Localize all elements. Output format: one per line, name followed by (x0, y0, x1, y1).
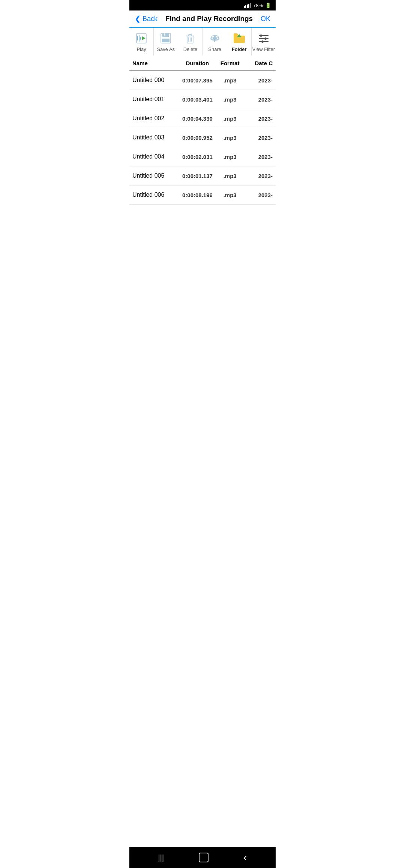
table-row[interactable]: Untitled 005 0:00:01.137 .mp3 2023- (129, 166, 276, 186)
row-date: 2023- (242, 192, 273, 198)
table-row[interactable]: Untitled 006 0:00:08.196 .mp3 2023- (129, 186, 276, 205)
col-header-duration: Duration (177, 60, 218, 66)
folder-icon (232, 31, 246, 45)
row-format: .mp3 (218, 115, 242, 122)
row-format: .mp3 (218, 96, 242, 103)
page-title: Find and Play Recordings (165, 15, 253, 23)
ok-button[interactable]: OK (261, 15, 270, 23)
play-button[interactable]: Play (129, 28, 154, 56)
row-name: Untitled 005 (132, 172, 177, 179)
save-as-label: Save As (157, 46, 175, 52)
toolbar: Play Save As Delete (129, 28, 276, 56)
table-row[interactable]: Untitled 001 0:00:03.401 .mp3 2023- (129, 90, 276, 109)
table-row[interactable]: Untitled 004 0:00:02.031 .mp3 2023- (129, 147, 276, 166)
row-duration: 0:00:02.031 (177, 154, 218, 160)
row-name: Untitled 000 (132, 77, 177, 84)
row-date: 2023- (242, 96, 273, 103)
folder-label: Folder (232, 46, 247, 52)
table-header: Name Duration Format Date C (129, 56, 276, 71)
svg-rect-6 (162, 33, 169, 37)
battery-icon: 🔋 (265, 3, 271, 8)
svg-rect-8 (162, 39, 170, 42)
delete-label: Delete (183, 46, 198, 52)
svg-marker-4 (142, 36, 146, 40)
status-bar: 78% 🔋 (129, 0, 276, 10)
col-header-date: Date C (242, 60, 273, 66)
row-format: .mp3 (218, 77, 242, 84)
play-icon (135, 31, 148, 45)
back-label: Back (142, 15, 158, 23)
row-duration: 0:00:00.952 (177, 135, 218, 141)
table-row[interactable]: Untitled 002 0:00:04.330 .mp3 2023- (129, 109, 276, 128)
save-as-button[interactable]: Save As (154, 28, 178, 56)
row-name: Untitled 004 (132, 153, 177, 160)
delete-button[interactable]: Delete (178, 28, 202, 56)
row-duration: 0:00:03.401 (177, 96, 218, 103)
table-row[interactable]: Untitled 000 0:00:07.395 .mp3 2023- (129, 71, 276, 90)
share-icon (208, 31, 222, 45)
row-duration: 0:00:01.137 (177, 173, 218, 179)
nav-bar: ❮ Back Find and Play Recordings OK (129, 10, 276, 28)
play-label: Play (136, 46, 146, 52)
back-chevron-icon: ❮ (135, 14, 141, 23)
row-date: 2023- (242, 115, 273, 122)
row-duration: 0:00:07.395 (177, 77, 218, 84)
row-format: .mp3 (218, 192, 242, 198)
row-format: .mp3 (218, 173, 242, 179)
row-name: Untitled 006 (132, 192, 177, 198)
share-button[interactable]: Share (203, 28, 227, 56)
view-filter-label: View Filter (252, 46, 275, 52)
view-filter-icon (257, 31, 270, 45)
svg-rect-11 (189, 34, 192, 36)
folder-button[interactable]: Folder (227, 28, 252, 56)
svg-rect-7 (164, 33, 165, 36)
save-as-icon (159, 31, 172, 45)
delete-icon (183, 31, 197, 45)
battery-percentage: 78% (253, 3, 263, 8)
row-duration: 0:00:08.196 (177, 192, 218, 198)
row-name: Untitled 003 (132, 134, 177, 141)
row-date: 2023- (242, 173, 273, 179)
svg-point-25 (264, 37, 267, 40)
row-format: .mp3 (218, 154, 242, 160)
back-button[interactable]: ❮ Back (135, 14, 158, 23)
recordings-list: Untitled 000 0:00:07.395 .mp3 2023- Unti… (129, 71, 276, 205)
view-filter-button[interactable]: View Filter (252, 28, 276, 56)
row-duration: 0:00:04.330 (177, 115, 218, 122)
signal-icon (244, 3, 251, 8)
row-name: Untitled 001 (132, 96, 177, 103)
row-date: 2023- (242, 154, 273, 160)
row-date: 2023- (242, 77, 273, 84)
table-row[interactable]: Untitled 003 0:00:00.952 .mp3 2023- (129, 128, 276, 147)
col-header-format: Format (218, 60, 242, 66)
row-name: Untitled 002 (132, 115, 177, 122)
col-header-name: Name (132, 60, 177, 66)
share-label: Share (208, 46, 221, 52)
row-format: .mp3 (218, 135, 242, 141)
svg-point-27 (261, 40, 264, 43)
row-date: 2023- (242, 135, 273, 141)
svg-point-23 (260, 34, 262, 37)
